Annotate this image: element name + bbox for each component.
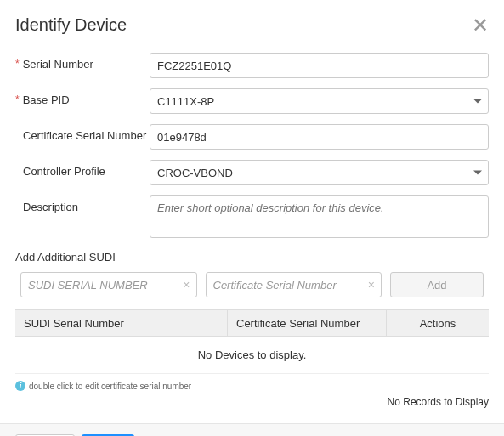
serial-number-input[interactable] — [150, 53, 489, 78]
hint-text: double click to edit certificate serial … — [29, 382, 191, 391]
controller-profile-value: CROC-VBOND — [157, 167, 233, 179]
dialog-title: Identify Device — [15, 15, 127, 35]
required-indicator: * — [15, 58, 20, 70]
col-actions: Actions — [387, 317, 489, 330]
base-pid-value: C1111X-8P — [157, 95, 214, 108]
clear-icon[interactable]: × — [368, 278, 375, 292]
base-pid-label: Base PID — [23, 93, 70, 106]
table-empty-message: No Devices to display. — [15, 337, 489, 374]
base-pid-select[interactable]: C1111X-8P — [150, 88, 489, 114]
description-input[interactable] — [150, 195, 489, 238]
sudi-table-header: SUDI Serial Number Certificate Serial Nu… — [15, 309, 489, 337]
cert-serial-input[interactable] — [150, 124, 489, 150]
cert-serial-label: Certificate Serial Number — [23, 129, 146, 142]
sudi-cert-input[interactable] — [206, 272, 382, 297]
no-records-text: No Records to Display — [15, 396, 489, 423]
close-icon[interactable]: ✕ — [472, 15, 489, 36]
col-cert-serial: Certificate Serial Number — [228, 310, 387, 336]
serial-number-label: Serial Number — [23, 58, 93, 71]
controller-profile-label: Controller Profile — [23, 165, 105, 178]
required-indicator: * — [15, 93, 20, 105]
sudi-serial-input[interactable] — [20, 272, 197, 297]
clear-icon[interactable]: × — [183, 278, 190, 292]
add-sudi-label: Add Additional SUDI — [15, 251, 489, 263]
description-label: Description — [23, 201, 78, 213]
col-sudi-serial: SUDI Serial Number — [15, 310, 228, 336]
add-button[interactable]: Add — [390, 272, 484, 297]
chevron-down-icon — [473, 99, 482, 104]
chevron-down-icon — [473, 171, 482, 175]
controller-profile-select[interactable]: CROC-VBOND — [150, 160, 489, 185]
info-icon: i — [15, 381, 25, 391]
